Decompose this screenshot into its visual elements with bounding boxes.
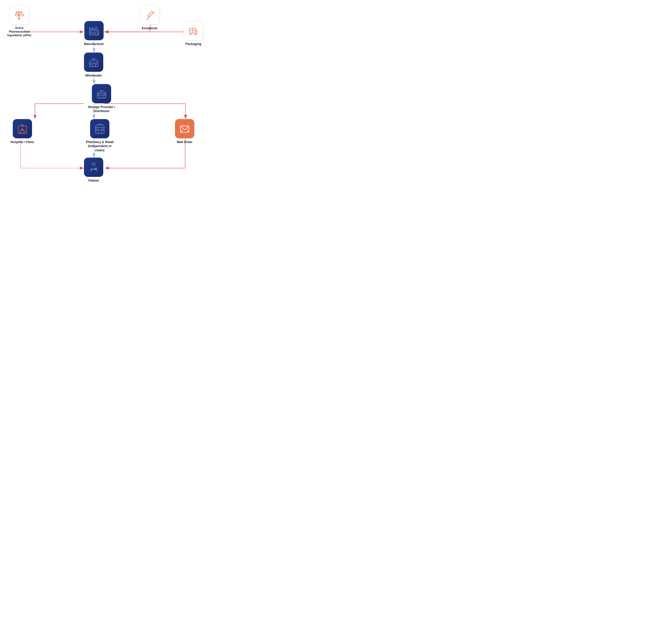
pharmacy-icon (94, 123, 106, 135)
hospital-label: Hospital / Clinic (10, 140, 34, 144)
mailorder-icon (179, 123, 190, 135)
svg-point-11 (15, 14, 18, 16)
wholesaler-icon (88, 57, 100, 68)
svg-rect-31 (93, 32, 95, 33)
svg-line-18 (148, 17, 149, 19)
svg-rect-10 (15, 12, 23, 12)
node-hospital: Hospital / Clinic (10, 119, 34, 144)
node-patient: Patient (84, 158, 103, 183)
svg-rect-27 (89, 30, 99, 35)
svg-rect-35 (95, 63, 97, 64)
packaging-label: Packaging (186, 42, 201, 46)
svg-rect-34 (90, 63, 92, 64)
packaging-icon (188, 25, 199, 36)
svg-rect-49 (98, 130, 101, 133)
wholesaler-icon-box (84, 53, 103, 72)
svg-point-26 (195, 33, 196, 35)
storage-icon-box (92, 84, 111, 103)
svg-rect-39 (98, 94, 100, 96)
node-excipients: Excipients (140, 5, 159, 30)
svg-point-55 (92, 163, 95, 166)
manufacturer-icon (88, 25, 100, 36)
svg-line-53 (180, 129, 183, 132)
patient-label: Patient (88, 179, 99, 183)
excipients-icon-box (140, 5, 159, 25)
svg-point-19 (147, 19, 148, 20)
svg-rect-15 (17, 19, 20, 19)
svg-point-36 (93, 60, 94, 61)
patient-icon-box (84, 158, 103, 177)
svg-line-54 (186, 129, 189, 132)
manufacturer-label: Manufacturer (84, 42, 104, 46)
packaging-icon-box (184, 21, 203, 40)
manufacturer-icon-box (84, 21, 104, 40)
svg-rect-46 (20, 131, 21, 133)
svg-rect-38 (100, 95, 103, 98)
pharmacy-label: Pharmacy & Retail(independent or chain) (84, 140, 115, 152)
svg-point-12 (20, 14, 24, 16)
svg-line-16 (153, 12, 154, 13)
api-icon-box (10, 5, 29, 25)
node-api: Active Pharmaceutical Ingredients (APIs) (5, 5, 33, 37)
svg-rect-50 (96, 129, 98, 131)
hospital-icon-box (13, 119, 32, 138)
node-pharmacy: Pharmacy & Retail(independent or chain) (84, 119, 115, 152)
node-storage: Storage Provider / Distributor (84, 84, 119, 113)
patient-icon (88, 162, 100, 173)
svg-rect-32 (96, 32, 98, 35)
wholesaler-label: Wholesaler (85, 74, 102, 77)
pharmacy-icon-box (90, 119, 109, 138)
svg-rect-40 (104, 94, 105, 96)
excipients-icon (144, 9, 155, 21)
node-mailorder: Mail Order (175, 119, 194, 144)
svg-rect-51 (101, 129, 103, 131)
hospital-icon (16, 123, 28, 135)
storage-label: Storage Provider / Distributor (84, 105, 119, 113)
svg-rect-30 (90, 32, 92, 33)
svg-rect-28 (96, 27, 97, 30)
storage-icon (96, 88, 107, 100)
svg-rect-33 (92, 63, 95, 66)
node-wholesaler: Wholesaler (84, 53, 103, 77)
svg-rect-47 (24, 131, 25, 133)
node-manufacturer: Manufacturer (84, 21, 104, 46)
svg-point-25 (190, 33, 191, 35)
mailorder-icon-box (175, 119, 194, 138)
diagram-container: Active Pharmaceutical Ingredients (APIs)… (0, 0, 210, 195)
svg-rect-29 (96, 27, 97, 27)
node-packaging: Packaging (184, 21, 203, 46)
mailorder-label: Mail Order (177, 140, 192, 144)
excipients-label: Excipients (142, 26, 157, 30)
api-icon (14, 9, 25, 21)
api-label: Active Pharmaceutical Ingredients (APIs) (5, 26, 33, 37)
